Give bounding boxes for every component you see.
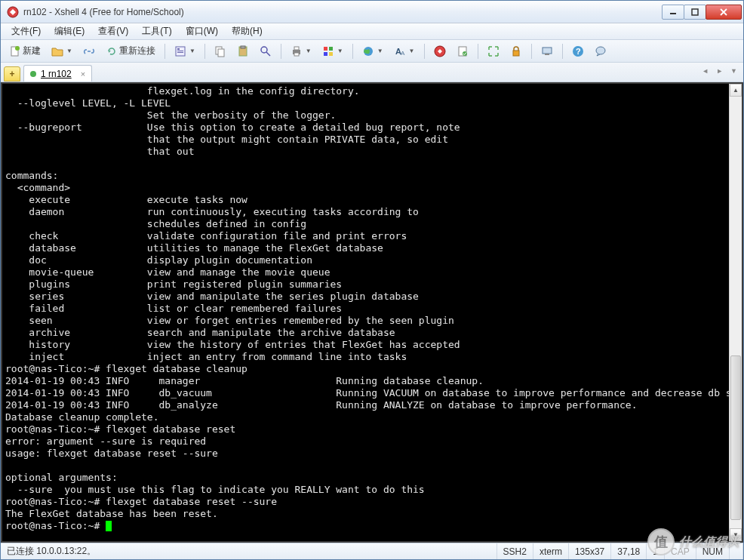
close-button[interactable]: [706, 5, 742, 20]
status-cap: CAP: [665, 543, 696, 559]
about-button[interactable]: [591, 42, 610, 60]
copy-button[interactable]: [211, 42, 230, 60]
paste-icon: [237, 45, 249, 57]
tabstrip: + 1 rn102 × ◄ ► ▼: [1, 63, 743, 82]
scroll-track[interactable]: [730, 97, 742, 528]
copy-icon: [214, 45, 226, 57]
reconnect-icon: [106, 45, 118, 57]
svg-rect-29: [543, 48, 552, 54]
font-icon: AA: [394, 45, 406, 57]
run-icon: [434, 45, 446, 57]
tab-close-button[interactable]: ×: [81, 69, 85, 78]
svg-rect-8: [177, 52, 183, 53]
new-tab-button[interactable]: +: [4, 66, 20, 82]
reconnect-button[interactable]: 重新连接: [102, 42, 159, 60]
search-icon: [260, 45, 272, 57]
status-protocol: SSH2: [497, 543, 533, 559]
properties-button[interactable]: ▼: [171, 42, 199, 60]
transfer-icon: [541, 45, 553, 57]
svg-rect-7: [177, 51, 183, 51]
titlebar: rn102 - Xshell 4 (Free for Home/School): [1, 1, 743, 23]
tab-next-button[interactable]: ►: [713, 66, 726, 76]
window-controls: [663, 5, 742, 20]
app-icon: [7, 6, 19, 18]
status-size: 135x37: [569, 543, 611, 559]
print-button[interactable]: ▼: [287, 42, 315, 60]
status-session: 1: [647, 543, 665, 559]
color-button[interactable]: ▼: [318, 42, 347, 60]
run-button[interactable]: [430, 42, 450, 60]
app-window: rn102 - Xshell 4 (Free for Home/School) …: [0, 0, 744, 560]
help-icon: ?: [572, 45, 584, 57]
menu-view[interactable]: 查看(V): [92, 23, 134, 39]
terminal-area: flexget.log in the config directory. --l…: [1, 82, 743, 543]
link-icon: [83, 45, 95, 57]
status-dot-icon: [30, 71, 36, 77]
help-button[interactable]: ?: [568, 42, 588, 60]
svg-rect-28: [513, 51, 519, 56]
scroll-thumb[interactable]: [730, 355, 741, 519]
tab-list-button[interactable]: ▼: [727, 66, 740, 76]
tab-label: 1 rn102: [41, 69, 72, 79]
open-button[interactable]: ▼: [48, 42, 76, 60]
svg-point-13: [261, 47, 267, 53]
print-icon: [291, 45, 303, 57]
svg-rect-21: [329, 52, 333, 56]
svg-point-33: [596, 47, 605, 54]
menu-file[interactable]: 文件(F): [5, 23, 47, 39]
svg-rect-20: [324, 52, 327, 56]
folder-icon: [51, 45, 63, 57]
font-button[interactable]: AA▼: [390, 42, 419, 60]
properties-icon: [174, 45, 186, 57]
scroll-down-button[interactable]: ▼: [730, 528, 742, 541]
fullscreen-button[interactable]: [484, 42, 503, 60]
window-title: rn102 - Xshell 4 (Free for Home/School): [23, 7, 663, 17]
lock-button[interactable]: [506, 42, 526, 60]
svg-text:A: A: [401, 50, 405, 57]
tab-nav: ◄ ► ▼: [699, 66, 740, 76]
svg-rect-6: [177, 48, 180, 50]
svg-point-27: [463, 51, 467, 56]
find-button[interactable]: [256, 42, 275, 60]
svg-rect-12: [241, 46, 245, 48]
new-button[interactable]: 新建: [5, 42, 45, 60]
minimize-button[interactable]: [662, 5, 684, 20]
svg-text:?: ?: [576, 47, 581, 56]
status-num: NUM: [696, 543, 730, 559]
bubble-icon: [595, 45, 607, 57]
fullscreen-icon: [487, 45, 500, 57]
new-icon: [9, 45, 21, 57]
menu-window[interactable]: 窗口(W): [180, 23, 224, 39]
palette-icon: [322, 45, 334, 57]
svg-rect-18: [324, 47, 327, 51]
menu-help[interactable]: 帮助(H): [226, 23, 269, 39]
svg-line-14: [266, 52, 270, 56]
scrollbar[interactable]: ▲ ▼: [729, 84, 742, 541]
svg-rect-30: [545, 54, 549, 55]
script-button[interactable]: [453, 42, 472, 60]
status-connection: 已连接 10.0.0.13:22。: [1, 543, 497, 559]
svg-rect-16: [294, 47, 299, 50]
tab-rn102[interactable]: 1 rn102 ×: [23, 65, 92, 82]
toolbar: 新建 ▼ 重新连接 ▼ ▼ ▼ ▼ AA▼ ?: [1, 40, 743, 63]
script-icon: [457, 45, 469, 57]
maximize-button[interactable]: [684, 5, 706, 20]
scroll-up-button[interactable]: ▲: [730, 84, 742, 97]
svg-rect-17: [294, 53, 299, 56]
menu-edit[interactable]: 编辑(E): [48, 23, 91, 39]
menu-tools[interactable]: 工具(T): [136, 23, 177, 39]
status-termtype: xterm: [533, 543, 569, 559]
terminal[interactable]: flexget.log in the config directory. --l…: [2, 84, 729, 541]
status-cursor: 37,18: [611, 543, 647, 559]
menubar: 文件(F) 编辑(E) 查看(V) 工具(T) 窗口(W) 帮助(H): [1, 23, 743, 40]
transfer-button[interactable]: [537, 42, 557, 60]
statusbar: 已连接 10.0.0.13:22。 SSH2 xterm 135x37 37,1…: [1, 543, 743, 559]
svg-rect-19: [329, 47, 333, 51]
status-resize-grip: [730, 543, 743, 559]
paste-button[interactable]: [233, 42, 253, 60]
svg-rect-10: [218, 49, 224, 57]
tab-prev-button[interactable]: ◄: [699, 66, 712, 76]
link-button[interactable]: [79, 42, 99, 60]
globe-button[interactable]: ▼: [358, 42, 387, 60]
svg-rect-2: [692, 9, 698, 15]
